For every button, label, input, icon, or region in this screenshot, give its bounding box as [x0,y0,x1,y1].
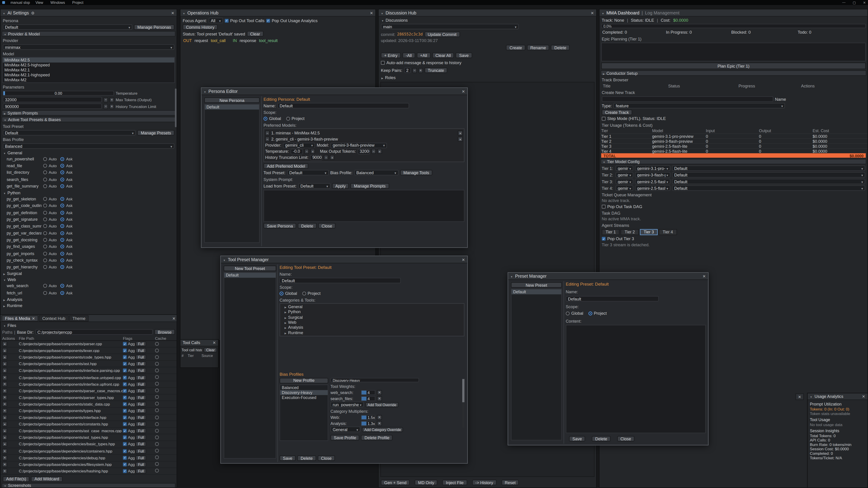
cache-indicator[interactable] [155,442,159,446]
manage-prompts-button[interactable]: Manage Prompts [350,183,389,189]
inject-file-button[interactable]: Inject File [442,480,467,485]
increment-button[interactable] [311,149,315,154]
agg-checkbox[interactable] [123,389,127,393]
preset-name-input[interactable]: Default [280,278,401,283]
full-button[interactable]: Full [136,402,146,407]
tier-model-select[interactable]: gemini-2.5-flash-lite [635,185,671,191]
cache-indicator[interactable] [155,435,159,439]
increment-button[interactable] [418,68,423,73]
tier-model-config-section[interactable]: Tier Model Config [600,159,866,164]
agg-checkbox[interactable] [123,362,127,366]
save-persona-button[interactable]: Save Persona [264,223,296,228]
tab-close-icon[interactable] [32,316,35,321]
reorder-button[interactable] [265,131,270,135]
cache-indicator[interactable] [155,455,159,459]
files-section[interactable]: Files [0,323,177,328]
category-row[interactable]: Surgical [280,315,464,320]
cache-indicator[interactable] [155,382,159,386]
ask-radio[interactable] [61,170,64,174]
auto-radio[interactable] [43,245,47,249]
save-button[interactable]: Save [569,436,585,442]
cache-indicator[interactable] [155,389,159,392]
cache-indicator[interactable] [155,355,159,359]
model-option[interactable]: MiniMax-M2.5 [3,58,174,63]
temperature-input[interactable]: -0.0 [291,149,303,154]
remove-model-button[interactable] [458,137,463,142]
menu-item[interactable]: View [35,0,43,4]
save-profile-button[interactable]: Save Profile [331,435,360,441]
ask-radio[interactable] [61,284,64,288]
scope-global-radio[interactable] [280,292,283,295]
full-button[interactable]: Full [136,361,146,366]
base-dir-input[interactable]: C:/projects/gencpp [35,329,153,335]
close-icon[interactable] [591,10,594,15]
rename-discussion-button[interactable]: Rename [527,45,549,50]
remove-file-button[interactable] [2,368,7,373]
conductor-setup-section[interactable]: Conductor Setup [600,70,866,76]
manage-presets-button[interactable]: Manage Presets [137,130,174,135]
create-discussion-button[interactable]: Create [506,45,525,50]
scrollbar-track[interactable] [462,379,465,428]
persona-select[interactable]: Default [3,24,132,30]
cache-indicator[interactable] [155,415,159,419]
ask-radio[interactable] [61,157,64,161]
agg-checkbox[interactable] [123,376,127,379]
agg-checkbox[interactable] [123,462,127,466]
full-button[interactable]: Full [136,382,146,387]
full-button[interactable]: Full [136,348,146,353]
agg-checkbox[interactable] [123,456,127,459]
category-row[interactable]: Runtime [280,330,464,335]
detached-panel-close[interactable] [796,393,804,400]
ask-radio[interactable] [61,224,64,228]
stream-tab[interactable]: Tier 3 [640,229,657,235]
max-tokens-input[interactable]: 32000 [3,97,102,102]
close-icon[interactable] [370,10,373,15]
full-button[interactable]: Full [136,428,146,433]
close-button[interactable]: Close [318,223,336,228]
agg-checkbox[interactable] [123,442,127,446]
remove-multiplier-button[interactable] [377,421,382,426]
agg-checkbox[interactable] [123,409,127,413]
agg-checkbox[interactable] [123,469,127,473]
full-button[interactable]: Full [136,388,146,393]
remove-file-button[interactable] [2,348,7,353]
auto-radio[interactable] [43,177,47,181]
delete-button[interactable]: Delete [297,455,316,461]
remove-file-button[interactable] [2,422,7,427]
auto-radio[interactable] [43,224,47,228]
auto-radio[interactable] [43,210,47,215]
scope-project-radio[interactable] [286,117,290,121]
ask-radio[interactable] [61,231,64,235]
clear-history-button[interactable]: Clear [204,348,217,352]
ask-radio[interactable] [61,184,64,188]
tier-model-select[interactable]: gemini-3.1-pro-preview [635,165,671,171]
collapse-icon[interactable] [810,394,812,399]
history-limit-input[interactable]: 900000 [310,155,322,160]
remove-file-button[interactable] [2,462,7,467]
cache-indicator[interactable] [155,402,159,406]
remove-file-button[interactable] [2,341,7,346]
clear-all-button[interactable]: Clear All [432,53,454,58]
close-icon[interactable] [171,10,174,15]
stream-tab[interactable]: Tier 1 [602,229,620,235]
remove-model-button[interactable] [458,131,463,135]
tool-preset-item[interactable]: Default [224,273,276,278]
full-button[interactable]: Full [136,368,146,373]
full-button[interactable]: Full [136,355,146,360]
tier-provider-select[interactable]: gemini [616,165,633,171]
tool-preset-select[interactable]: Default [3,130,136,135]
auto-radio[interactable] [43,238,47,242]
auto-radio[interactable] [43,170,47,174]
auto-radio[interactable] [43,184,47,188]
focus-agent-select[interactable]: All [209,18,223,23]
increment-button[interactable] [330,155,335,160]
decrement-button[interactable] [371,149,376,154]
agg-checkbox[interactable] [123,396,127,399]
collapse-icon[interactable] [204,89,206,94]
auto-radio[interactable] [43,252,47,255]
remove-file-button[interactable] [2,402,7,407]
tool-override-select[interactable]: run_powershell [331,402,364,408]
scope-global-radio[interactable] [566,312,569,315]
collapse-icon[interactable] [183,10,185,15]
auto-radio[interactable] [43,231,47,235]
